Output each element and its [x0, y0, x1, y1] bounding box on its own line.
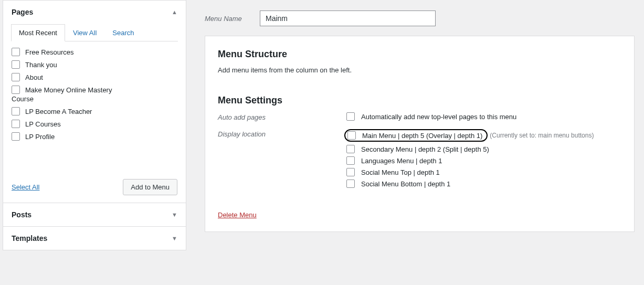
add-to-menu-button[interactable]: Add to Menu: [123, 179, 177, 195]
pages-list[interactable]: Free Resources Thank you About Make Mone…: [12, 46, 177, 172]
page-item: Thank you: [12, 58, 174, 71]
checkbox[interactable]: [347, 131, 356, 140]
posts-panel: Posts ▼: [3, 203, 186, 227]
location-label: Main Menu | depth 5 (Overlay | depth 1): [362, 132, 482, 140]
pages-panel-title: Pages: [12, 8, 33, 16]
location-label: Languages Menu | depth 1: [361, 157, 442, 165]
checkbox[interactable]: [12, 48, 20, 56]
menu-structure-text: Add menu items from the column on the le…: [218, 66, 621, 74]
page-item-label: Make Money Online Mastery: [25, 86, 112, 94]
highlight-marker: Main Menu | depth 5 (Overlay | depth 1): [344, 129, 488, 142]
templates-panel-header[interactable]: Templates ▼: [3, 227, 186, 250]
checkbox[interactable]: [346, 156, 355, 165]
auto-add-label: Auto add pages: [218, 112, 346, 121]
page-item: LP Courses: [12, 118, 174, 130]
location-item: Social Menu Bottom | depth 1: [346, 180, 621, 188]
templates-panel-title: Templates: [12, 234, 47, 242]
location-label: Secondary Menu | depth 2 (Split | depth …: [361, 145, 489, 153]
location-note: (Currently set to: main menu buttons): [490, 132, 594, 139]
tab-view-all[interactable]: View All: [65, 24, 104, 41]
location-item: Social Menu Top | depth 1: [346, 168, 621, 176]
location-label: Social Menu Top | depth 1: [361, 168, 440, 176]
page-item: About: [12, 71, 174, 83]
menu-name-input[interactable]: [260, 10, 436, 26]
pages-panel-body: Most Recent View All Search Free Resourc…: [3, 24, 186, 203]
checkbox[interactable]: [346, 145, 355, 153]
page-item-label: LP Courses: [25, 120, 61, 128]
display-locations: Main Menu | depth 5 (Overlay | depth 1) …: [346, 129, 621, 191]
checkbox[interactable]: [346, 180, 355, 188]
checkbox[interactable]: [12, 107, 20, 115]
tab-most-recent[interactable]: Most Recent: [11, 24, 65, 41]
pages-panel-header[interactable]: Pages ▲: [3, 1, 186, 24]
location-item: Languages Menu | depth 1: [346, 156, 621, 165]
page-item-label-cont: Course: [12, 95, 174, 103]
posts-panel-title: Posts: [12, 210, 31, 219]
auto-add-text: Automatically add new top-level pages to…: [361, 113, 516, 121]
menu-structure-heading: Menu Structure: [218, 49, 621, 60]
location-label: Social Menu Bottom | depth 1: [361, 180, 450, 188]
collapse-icon: ▲: [172, 9, 177, 15]
page-item: LP Profile: [12, 130, 174, 143]
select-all-link[interactable]: Select All: [12, 183, 39, 191]
templates-panel: Templates ▼: [3, 227, 186, 250]
checkbox[interactable]: [12, 120, 20, 128]
page-item: Free Resources: [12, 46, 174, 58]
checkbox[interactable]: [12, 86, 20, 94]
tab-search[interactable]: Search: [104, 24, 142, 41]
checkbox[interactable]: [346, 112, 355, 121]
page-item-label: LP Become A Teacher: [25, 108, 92, 115]
menu-name-row: Menu Name: [205, 0, 635, 36]
page-item: Make Money Online Mastery Course: [12, 83, 174, 105]
menu-content-panel: Menu Structure Add menu items from the c…: [205, 36, 635, 232]
pages-tabs: Most Recent View All Search: [11, 24, 178, 41]
page-item-label: Thank you: [25, 61, 57, 69]
location-item: Main Menu | depth 5 (Overlay | depth 1) …: [346, 129, 621, 142]
page-item-label: Free Resources: [25, 48, 73, 56]
expand-icon: ▼: [172, 235, 177, 241]
page-item: LP Become A Teacher: [12, 105, 174, 118]
delete-menu-link[interactable]: Delete Menu: [218, 211, 257, 219]
page-item-label: About: [25, 73, 43, 81]
checkbox[interactable]: [12, 132, 20, 141]
page-item-label: LP Profile: [25, 133, 55, 141]
checkbox[interactable]: [12, 60, 20, 69]
posts-panel-header[interactable]: Posts ▼: [3, 203, 186, 226]
location-item: Secondary Menu | depth 2 (Split | depth …: [346, 145, 621, 153]
checkbox[interactable]: [346, 168, 355, 176]
checkbox[interactable]: [12, 73, 20, 81]
menu-name-label: Menu Name: [205, 15, 260, 23]
menu-settings-heading: Menu Settings: [218, 95, 621, 106]
expand-icon: ▼: [172, 212, 177, 218]
auto-add-item: Automatically add new top-level pages to…: [346, 112, 621, 121]
display-location-label: Display location: [218, 129, 346, 138]
pages-panel: Pages ▲ Most Recent View All Search Free…: [3, 0, 186, 203]
